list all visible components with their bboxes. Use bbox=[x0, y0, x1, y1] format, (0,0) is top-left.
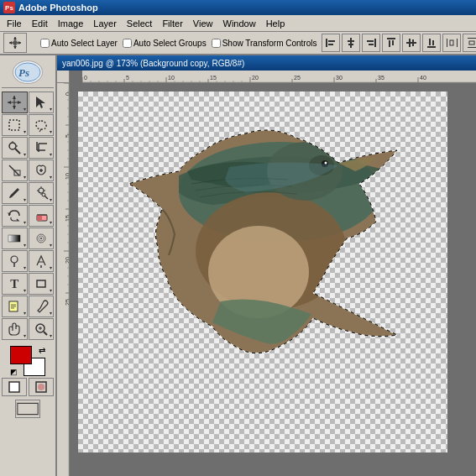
distribute-h-btn[interactable] bbox=[442, 34, 461, 52]
transform-icons-group bbox=[322, 34, 476, 52]
tool-arrow: ▾ bbox=[50, 310, 52, 316]
svg-rect-11 bbox=[369, 44, 374, 45]
svg-point-159 bbox=[325, 162, 327, 165]
magic-wand-tool[interactable]: ▾ bbox=[2, 137, 28, 159]
top-ruler: 0 5 10 15 20 25 30 35 bbox=[82, 71, 476, 83]
hand-tool[interactable]: ▾ bbox=[2, 318, 28, 340]
notes-tool[interactable]: ▾ bbox=[2, 296, 28, 317]
clone-tool[interactable]: ▾ bbox=[29, 182, 55, 204]
lasso-tool[interactable]: ▾ bbox=[29, 114, 55, 136]
menu-view[interactable]: View bbox=[188, 17, 218, 30]
eraser-tool[interactable]: ▾ bbox=[29, 205, 55, 227]
toolbox: Ps ▾ ▾ bbox=[0, 55, 57, 476]
brush-tool[interactable]: ▾ bbox=[2, 182, 28, 204]
align-bottom-btn[interactable] bbox=[422, 34, 441, 52]
gradient-tool[interactable]: ▾ bbox=[2, 228, 28, 249]
tool-arrow: ▾ bbox=[50, 332, 52, 338]
bird-image[interactable] bbox=[112, 108, 422, 394]
history-brush-tool[interactable]: ▾ bbox=[2, 205, 28, 227]
tool-row-10: ▾ ▾ bbox=[2, 296, 54, 317]
svg-text:25: 25 bbox=[294, 75, 301, 81]
show-transform-controls-checkbox[interactable] bbox=[212, 39, 221, 48]
svg-rect-6 bbox=[350, 38, 352, 48]
svg-rect-59 bbox=[37, 215, 42, 221]
align-top-btn[interactable] bbox=[382, 34, 400, 52]
tool-row-2: ▾ ▾ bbox=[2, 114, 54, 136]
heal-tool[interactable]: ▾ bbox=[29, 160, 55, 181]
canvas-viewport[interactable] bbox=[70, 83, 476, 476]
svg-rect-16 bbox=[409, 39, 411, 47]
path-select-tool[interactable]: ▾ bbox=[29, 92, 55, 113]
align-right-btn[interactable] bbox=[362, 34, 380, 52]
menu-edit[interactable]: Edit bbox=[27, 17, 53, 30]
menu-layer[interactable]: Layer bbox=[88, 17, 122, 30]
svg-text:15: 15 bbox=[210, 75, 217, 81]
tool-arrow: ▾ bbox=[24, 151, 26, 157]
reset-colors-icon[interactable]: ◩ bbox=[10, 368, 18, 376]
menu-help[interactable]: Help bbox=[261, 17, 290, 30]
quickmask-mode-btn[interactable] bbox=[29, 378, 54, 396]
tool-row-11: ▾ ▾ bbox=[2, 318, 54, 340]
dodge-tool[interactable]: ▾ bbox=[2, 250, 28, 272]
toolbox-logo: Ps bbox=[2, 57, 54, 88]
menu-file[interactable]: File bbox=[2, 17, 27, 30]
color-section: ⇄ ◩ bbox=[2, 344, 54, 420]
left-ruler: 0 5 10 15 20 25 bbox=[57, 83, 70, 476]
foreground-color-swatch[interactable] bbox=[10, 346, 32, 364]
marquee-tool[interactable]: ▾ bbox=[2, 114, 28, 136]
show-transform-controls-label[interactable]: Show Transform Controls bbox=[212, 39, 317, 48]
text-tool[interactable]: T ▾ bbox=[2, 273, 28, 295]
svg-rect-13 bbox=[389, 40, 390, 47]
svg-rect-79 bbox=[9, 382, 19, 392]
slice-tool[interactable]: ▾ bbox=[2, 160, 28, 181]
svg-rect-82 bbox=[18, 403, 38, 414]
eyedropper-tool[interactable]: ▾ bbox=[29, 296, 55, 317]
svg-rect-25 bbox=[468, 47, 476, 48]
svg-point-39 bbox=[9, 143, 16, 149]
move-tool[interactable]: ▾ bbox=[2, 92, 28, 113]
align-left-btn[interactable] bbox=[322, 34, 340, 52]
canvas-title-bar: yan006.jpg @ 173% (Background copy, RGB/… bbox=[57, 55, 476, 71]
menu-window[interactable]: Window bbox=[218, 17, 261, 30]
align-middle-btn[interactable] bbox=[402, 34, 421, 52]
svg-rect-23 bbox=[450, 40, 453, 45]
auto-select-layer-text: Auto Select Layer bbox=[51, 39, 118, 48]
shape-tool[interactable]: ▾ bbox=[29, 273, 55, 295]
screen-mode-btn[interactable] bbox=[15, 400, 40, 418]
crop-tool[interactable]: ▾ bbox=[29, 137, 55, 159]
pen-tool[interactable]: ▾ bbox=[29, 250, 55, 272]
svg-line-37 bbox=[39, 129, 41, 132]
color-squares: ⇄ ◩ bbox=[10, 346, 45, 376]
tool-arrow: ▾ bbox=[24, 106, 26, 112]
tool-row-4: ▾ ▾ bbox=[2, 160, 54, 181]
menu-filter[interactable]: Filter bbox=[157, 17, 187, 30]
tool-arrow: ▾ bbox=[50, 196, 52, 202]
standard-mode-btn[interactable] bbox=[2, 378, 27, 396]
move-tool-btn[interactable] bbox=[3, 33, 27, 53]
svg-rect-69 bbox=[37, 280, 45, 287]
auto-select-layer-checkbox[interactable] bbox=[40, 39, 50, 48]
canvas-title: yan006.jpg @ 173% (Background copy, RGB/… bbox=[62, 59, 244, 68]
auto-select-groups-checkbox[interactable] bbox=[123, 39, 132, 48]
svg-point-65 bbox=[11, 256, 18, 263]
blur-tool[interactable]: ▾ bbox=[29, 228, 55, 249]
auto-select-layer-label[interactable]: Auto Select Layer bbox=[40, 39, 118, 48]
svg-rect-10 bbox=[367, 40, 374, 42]
menu-image[interactable]: Image bbox=[53, 17, 89, 30]
auto-select-groups-text: Auto Select Groups bbox=[133, 39, 207, 48]
tool-arrow: ▾ bbox=[24, 332, 26, 338]
canvas-container: yan006.jpg @ 173% (Background copy, RGB/… bbox=[57, 55, 476, 476]
menu-select[interactable]: Select bbox=[122, 17, 158, 30]
auto-select-groups-label[interactable]: Auto Select Groups bbox=[123, 39, 207, 48]
svg-text:35: 35 bbox=[378, 75, 384, 81]
align-center-btn[interactable] bbox=[342, 34, 360, 52]
zoom-tool[interactable]: ▾ bbox=[29, 318, 55, 340]
mode-icons bbox=[2, 378, 54, 396]
svg-marker-35 bbox=[36, 97, 45, 108]
swap-colors-icon[interactable]: ⇄ bbox=[39, 346, 45, 355]
tool-row-1: ▾ ▾ bbox=[2, 92, 54, 113]
tool-arrow: ▾ bbox=[50, 106, 52, 112]
distribute-v-btn[interactable] bbox=[463, 34, 476, 52]
svg-rect-4 bbox=[328, 40, 335, 42]
ruler-corner bbox=[57, 71, 70, 83]
